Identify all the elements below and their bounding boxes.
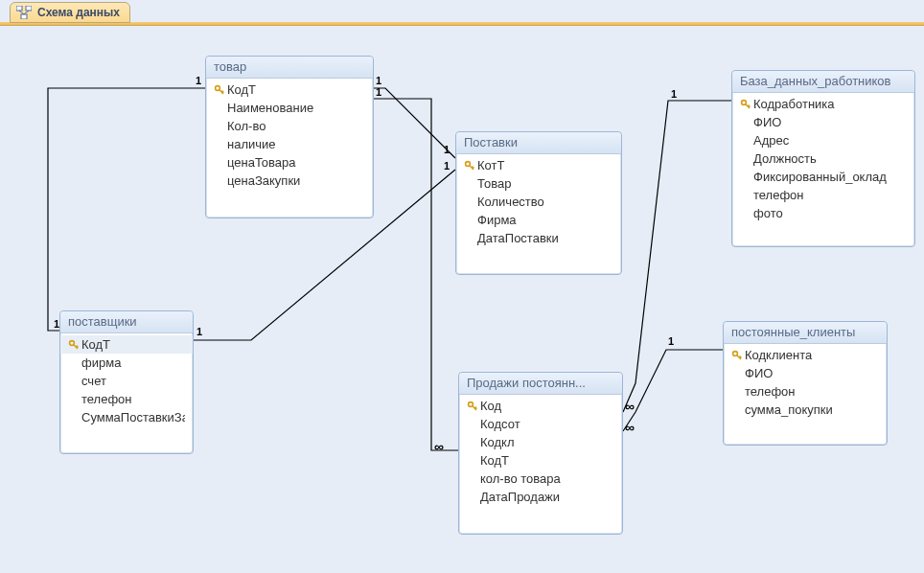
table-fields: КодработникаФИОАдресДолжностьФиксированн… (732, 93, 914, 226)
schema-canvas: Схема данных 1 1 1 1 1 1 1 ∞ 1 ∞ 1 ∞ тов… (0, 0, 924, 573)
field-name: ДатаПоставки (477, 230, 613, 246)
field-name: КотТ (477, 157, 613, 173)
table-field[interactable]: Наименование (206, 99, 373, 117)
cardinality-many: ∞ (434, 439, 444, 454)
table-field[interactable]: кол-во товара (459, 470, 622, 488)
field-name: ФИО (745, 365, 879, 381)
svg-rect-0 (16, 6, 22, 11)
table-field[interactable]: наличие (206, 135, 373, 153)
cardinality-one: 1 (444, 160, 450, 172)
table-postavshchiki[interactable]: поставщики КодТфирмасчеттелефонСуммаПост… (59, 310, 194, 454)
svg-rect-2 (21, 14, 27, 19)
table-field[interactable]: ценаТовара (206, 153, 373, 172)
primary-key-icon (465, 401, 480, 412)
tab-schema[interactable]: Схема данных (10, 2, 130, 23)
table-klienty[interactable]: постоянные_клиенты КодклиентаФИОтелефонс… (723, 321, 888, 446)
table-title: База_данных_работников (732, 71, 914, 93)
primary-key-icon (462, 160, 477, 172)
table-field[interactable]: сумма_покупки (724, 401, 887, 419)
field-name: КодТ (81, 336, 185, 353)
table-field[interactable]: Кол-во (206, 117, 373, 135)
table-title: поставщики (60, 311, 193, 333)
table-field[interactable]: ФИО (732, 113, 914, 131)
cardinality-one: 1 (376, 75, 381, 86)
field-name: ценаТовара (227, 154, 365, 171)
field-name: телефон (745, 383, 879, 400)
table-field[interactable]: ДатаПродажи (459, 488, 622, 506)
field-name: Кодклиента (745, 347, 879, 363)
table-prodazhi[interactable]: Продажи постоянн... КодКодсотКодклКодТко… (458, 372, 623, 535)
table-fields: КодКодсотКодклКодТкол-во товараДатаПрода… (459, 395, 622, 510)
cardinality-one: 1 (376, 86, 381, 98)
table-field[interactable]: КодТ (206, 80, 373, 99)
cardinality-many: ∞ (625, 420, 635, 435)
table-fields: КодТНаименованиеКол-воналичиеценаТоварац… (206, 79, 373, 194)
field-name: Наименование (227, 100, 365, 116)
primary-key-icon (738, 99, 753, 110)
field-name: Фиксированный_оклад (753, 169, 907, 185)
field-name: фирма (81, 355, 185, 371)
field-name: кол-во товара (480, 470, 614, 487)
field-name: фото (753, 205, 907, 221)
table-postavki[interactable]: Поставки КотТТоварКоличествоФирмаДатаПос… (455, 131, 622, 275)
table-field[interactable]: фото (732, 204, 914, 222)
field-name: Кодсот (480, 416, 614, 432)
field-name: ФИО (753, 114, 907, 130)
cardinality-many: ∞ (625, 399, 635, 414)
field-name: Количество (477, 194, 613, 210)
table-field[interactable]: телефон (60, 390, 193, 408)
table-field[interactable]: Кодклиента (724, 346, 887, 364)
table-title: товар (206, 57, 373, 79)
table-field[interactable]: ФИО (724, 364, 887, 382)
field-name: телефон (81, 391, 185, 407)
table-field[interactable]: ценаЗакупки (206, 172, 373, 190)
table-field[interactable]: телефон (732, 186, 914, 204)
field-name: Кол-во (227, 118, 365, 134)
tab-label: Схема данных (37, 6, 120, 19)
table-baza-rabotnikov[interactable]: База_данных_работников КодработникаФИОАд… (731, 70, 915, 247)
primary-key-icon (66, 339, 81, 351)
table-field[interactable]: Кодкл (459, 433, 622, 451)
table-field[interactable]: Количество (456, 193, 621, 211)
table-fields: КодТфирмасчеттелефонСуммаПоставкиЗаГо (60, 333, 193, 430)
table-title: Продажи постоянн... (459, 373, 622, 395)
table-field[interactable]: Код (459, 397, 622, 415)
field-name: ценаЗакупки (227, 172, 365, 189)
cardinality-one: 1 (196, 326, 202, 337)
field-name: Адрес (753, 132, 907, 149)
table-fields: КотТТоварКоличествоФирмаДатаПоставки (456, 154, 621, 251)
table-title: Поставки (456, 132, 621, 154)
field-name: КодТ (480, 452, 614, 469)
field-name: Фирма (477, 212, 613, 228)
primary-key-icon (212, 84, 227, 96)
table-field[interactable]: КотТ (456, 156, 621, 174)
table-field[interactable]: телефон (724, 382, 887, 401)
field-name: ДатаПродажи (480, 489, 614, 505)
table-field[interactable]: фирма (60, 354, 193, 372)
table-field[interactable]: счет (60, 372, 193, 390)
table-field[interactable]: Фирма (456, 211, 621, 229)
field-name: наличие (227, 136, 365, 152)
field-name: Должность (753, 150, 907, 167)
cardinality-one: 1 (444, 144, 450, 155)
cardinality-one: 1 (671, 88, 677, 100)
table-field[interactable]: СуммаПоставкиЗаГо (60, 408, 193, 426)
table-tovar[interactable]: товар КодТНаименованиеКол-воналичиеценаТ… (205, 56, 374, 218)
table-field[interactable]: Товар (456, 174, 621, 193)
table-title: постоянные_клиенты (724, 322, 887, 344)
field-name: Кодработника (753, 96, 907, 112)
table-field[interactable]: Должность (732, 149, 914, 168)
primary-key-icon (729, 350, 745, 361)
svg-rect-1 (26, 6, 32, 11)
table-field[interactable]: ДатаПоставки (456, 229, 621, 247)
table-fields: КодклиентаФИОтелефонсумма_покупки (724, 344, 887, 423)
field-name: СуммаПоставкиЗаГо (81, 409, 185, 425)
table-field[interactable]: Кодработника (732, 95, 914, 113)
table-field[interactable]: КодТ (459, 451, 622, 470)
table-field[interactable]: Кодсот (459, 415, 622, 433)
table-field[interactable]: Фиксированный_оклад (732, 168, 914, 186)
table-field[interactable]: Адрес (732, 131, 914, 149)
table-field[interactable]: КодТ (60, 335, 193, 354)
field-name: сумма_покупки (745, 401, 879, 418)
relationships-icon (16, 6, 32, 19)
